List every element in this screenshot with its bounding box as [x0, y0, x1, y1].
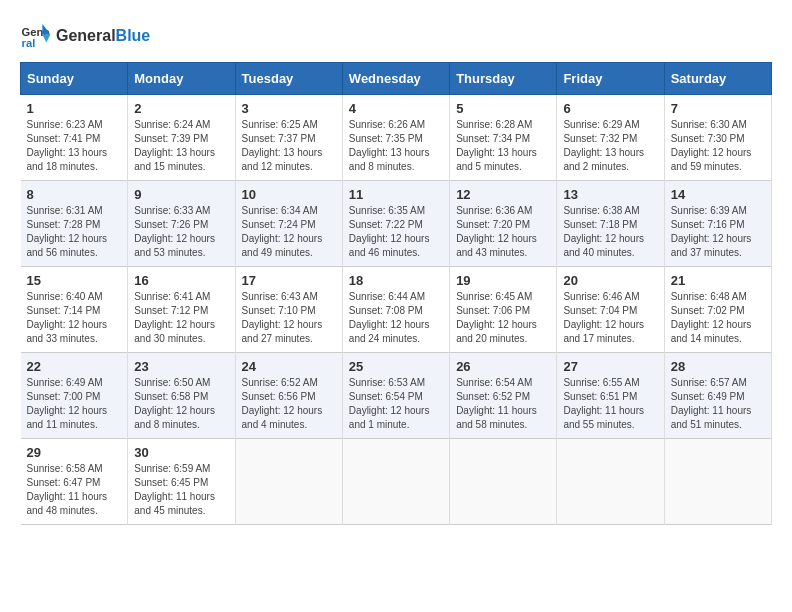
weekday-header-tuesday: Tuesday: [235, 63, 342, 95]
day-number: 25: [349, 359, 443, 374]
day-number: 2: [134, 101, 228, 116]
calendar-cell: 22 Sunrise: 6:49 AM Sunset: 7:00 PM Dayl…: [21, 353, 128, 439]
calendar-cell: 28 Sunrise: 6:57 AM Sunset: 6:49 PM Dayl…: [664, 353, 771, 439]
day-info: Sunrise: 6:25 AM Sunset: 7:37 PM Dayligh…: [242, 118, 336, 174]
weekday-header-sunday: Sunday: [21, 63, 128, 95]
calendar-cell: [450, 439, 557, 525]
day-info: Sunrise: 6:40 AM Sunset: 7:14 PM Dayligh…: [27, 290, 122, 346]
day-info: Sunrise: 6:30 AM Sunset: 7:30 PM Dayligh…: [671, 118, 765, 174]
calendar-cell: 3 Sunrise: 6:25 AM Sunset: 7:37 PM Dayli…: [235, 95, 342, 181]
calendar-cell: 20 Sunrise: 6:46 AM Sunset: 7:04 PM Dayl…: [557, 267, 664, 353]
calendar-cell: [664, 439, 771, 525]
week-row-2: 8 Sunrise: 6:31 AM Sunset: 7:28 PM Dayli…: [21, 181, 772, 267]
day-info: Sunrise: 6:33 AM Sunset: 7:26 PM Dayligh…: [134, 204, 228, 260]
day-info: Sunrise: 6:54 AM Sunset: 6:52 PM Dayligh…: [456, 376, 550, 432]
weekday-header-friday: Friday: [557, 63, 664, 95]
day-info: Sunrise: 6:58 AM Sunset: 6:47 PM Dayligh…: [27, 462, 122, 518]
calendar-cell: 30 Sunrise: 6:59 AM Sunset: 6:45 PM Dayl…: [128, 439, 235, 525]
calendar-cell: [557, 439, 664, 525]
day-info: Sunrise: 6:46 AM Sunset: 7:04 PM Dayligh…: [563, 290, 657, 346]
day-number: 12: [456, 187, 550, 202]
week-row-5: 29 Sunrise: 6:58 AM Sunset: 6:47 PM Dayl…: [21, 439, 772, 525]
calendar-cell: 4 Sunrise: 6:26 AM Sunset: 7:35 PM Dayli…: [342, 95, 449, 181]
day-info: Sunrise: 6:43 AM Sunset: 7:10 PM Dayligh…: [242, 290, 336, 346]
weekday-header-saturday: Saturday: [664, 63, 771, 95]
day-info: Sunrise: 6:36 AM Sunset: 7:20 PM Dayligh…: [456, 204, 550, 260]
weekday-header-monday: Monday: [128, 63, 235, 95]
weekday-header-row: SundayMondayTuesdayWednesdayThursdayFrid…: [21, 63, 772, 95]
week-row-4: 22 Sunrise: 6:49 AM Sunset: 7:00 PM Dayl…: [21, 353, 772, 439]
day-info: Sunrise: 6:45 AM Sunset: 7:06 PM Dayligh…: [456, 290, 550, 346]
day-number: 7: [671, 101, 765, 116]
day-info: Sunrise: 6:28 AM Sunset: 7:34 PM Dayligh…: [456, 118, 550, 174]
logo-icon: Gene ral: [20, 20, 52, 52]
day-number: 29: [27, 445, 122, 460]
day-number: 13: [563, 187, 657, 202]
calendar-cell: 1 Sunrise: 6:23 AM Sunset: 7:41 PM Dayli…: [21, 95, 128, 181]
calendar-cell: 9 Sunrise: 6:33 AM Sunset: 7:26 PM Dayli…: [128, 181, 235, 267]
day-number: 4: [349, 101, 443, 116]
day-info: Sunrise: 6:57 AM Sunset: 6:49 PM Dayligh…: [671, 376, 765, 432]
day-number: 14: [671, 187, 765, 202]
week-row-3: 15 Sunrise: 6:40 AM Sunset: 7:14 PM Dayl…: [21, 267, 772, 353]
calendar-cell: 17 Sunrise: 6:43 AM Sunset: 7:10 PM Dayl…: [235, 267, 342, 353]
day-number: 9: [134, 187, 228, 202]
day-info: Sunrise: 6:48 AM Sunset: 7:02 PM Dayligh…: [671, 290, 765, 346]
calendar-cell: 11 Sunrise: 6:35 AM Sunset: 7:22 PM Dayl…: [342, 181, 449, 267]
calendar-table: SundayMondayTuesdayWednesdayThursdayFrid…: [20, 62, 772, 525]
weekday-header-wednesday: Wednesday: [342, 63, 449, 95]
calendar-cell: [342, 439, 449, 525]
calendar-cell: 8 Sunrise: 6:31 AM Sunset: 7:28 PM Dayli…: [21, 181, 128, 267]
day-info: Sunrise: 6:55 AM Sunset: 6:51 PM Dayligh…: [563, 376, 657, 432]
day-info: Sunrise: 6:53 AM Sunset: 6:54 PM Dayligh…: [349, 376, 443, 432]
day-number: 28: [671, 359, 765, 374]
calendar-cell: 24 Sunrise: 6:52 AM Sunset: 6:56 PM Dayl…: [235, 353, 342, 439]
day-number: 8: [27, 187, 122, 202]
day-number: 21: [671, 273, 765, 288]
day-number: 11: [349, 187, 443, 202]
day-number: 5: [456, 101, 550, 116]
weekday-header-thursday: Thursday: [450, 63, 557, 95]
day-info: Sunrise: 6:41 AM Sunset: 7:12 PM Dayligh…: [134, 290, 228, 346]
calendar-cell: 29 Sunrise: 6:58 AM Sunset: 6:47 PM Dayl…: [21, 439, 128, 525]
day-number: 24: [242, 359, 336, 374]
day-info: Sunrise: 6:29 AM Sunset: 7:32 PM Dayligh…: [563, 118, 657, 174]
day-info: Sunrise: 6:59 AM Sunset: 6:45 PM Dayligh…: [134, 462, 228, 518]
day-number: 1: [27, 101, 122, 116]
calendar-cell: 5 Sunrise: 6:28 AM Sunset: 7:34 PM Dayli…: [450, 95, 557, 181]
day-number: 27: [563, 359, 657, 374]
day-number: 6: [563, 101, 657, 116]
day-number: 10: [242, 187, 336, 202]
calendar-cell: 21 Sunrise: 6:48 AM Sunset: 7:02 PM Dayl…: [664, 267, 771, 353]
calendar-cell: 25 Sunrise: 6:53 AM Sunset: 6:54 PM Dayl…: [342, 353, 449, 439]
day-info: Sunrise: 6:39 AM Sunset: 7:16 PM Dayligh…: [671, 204, 765, 260]
day-number: 16: [134, 273, 228, 288]
day-info: Sunrise: 6:34 AM Sunset: 7:24 PM Dayligh…: [242, 204, 336, 260]
calendar-cell: 6 Sunrise: 6:29 AM Sunset: 7:32 PM Dayli…: [557, 95, 664, 181]
day-number: 18: [349, 273, 443, 288]
calendar-cell: 2 Sunrise: 6:24 AM Sunset: 7:39 PM Dayli…: [128, 95, 235, 181]
day-info: Sunrise: 6:35 AM Sunset: 7:22 PM Dayligh…: [349, 204, 443, 260]
day-info: Sunrise: 6:52 AM Sunset: 6:56 PM Dayligh…: [242, 376, 336, 432]
calendar-cell: 14 Sunrise: 6:39 AM Sunset: 7:16 PM Dayl…: [664, 181, 771, 267]
day-number: 17: [242, 273, 336, 288]
day-info: Sunrise: 6:23 AM Sunset: 7:41 PM Dayligh…: [27, 118, 122, 174]
day-info: Sunrise: 6:49 AM Sunset: 7:00 PM Dayligh…: [27, 376, 122, 432]
week-row-1: 1 Sunrise: 6:23 AM Sunset: 7:41 PM Dayli…: [21, 95, 772, 181]
svg-text:ral: ral: [22, 37, 36, 49]
calendar-cell: 18 Sunrise: 6:44 AM Sunset: 7:08 PM Dayl…: [342, 267, 449, 353]
calendar-cell: [235, 439, 342, 525]
day-number: 26: [456, 359, 550, 374]
day-number: 22: [27, 359, 122, 374]
day-info: Sunrise: 6:44 AM Sunset: 7:08 PM Dayligh…: [349, 290, 443, 346]
logo-text: GeneralBlue: [56, 27, 150, 45]
calendar-cell: 16 Sunrise: 6:41 AM Sunset: 7:12 PM Dayl…: [128, 267, 235, 353]
calendar-cell: 23 Sunrise: 6:50 AM Sunset: 6:58 PM Dayl…: [128, 353, 235, 439]
calendar-cell: 27 Sunrise: 6:55 AM Sunset: 6:51 PM Dayl…: [557, 353, 664, 439]
calendar-cell: 26 Sunrise: 6:54 AM Sunset: 6:52 PM Dayl…: [450, 353, 557, 439]
day-number: 20: [563, 273, 657, 288]
calendar-cell: 15 Sunrise: 6:40 AM Sunset: 7:14 PM Dayl…: [21, 267, 128, 353]
page-header: Gene ral GeneralBlue: [20, 20, 772, 52]
calendar-cell: 12 Sunrise: 6:36 AM Sunset: 7:20 PM Dayl…: [450, 181, 557, 267]
day-info: Sunrise: 6:24 AM Sunset: 7:39 PM Dayligh…: [134, 118, 228, 174]
